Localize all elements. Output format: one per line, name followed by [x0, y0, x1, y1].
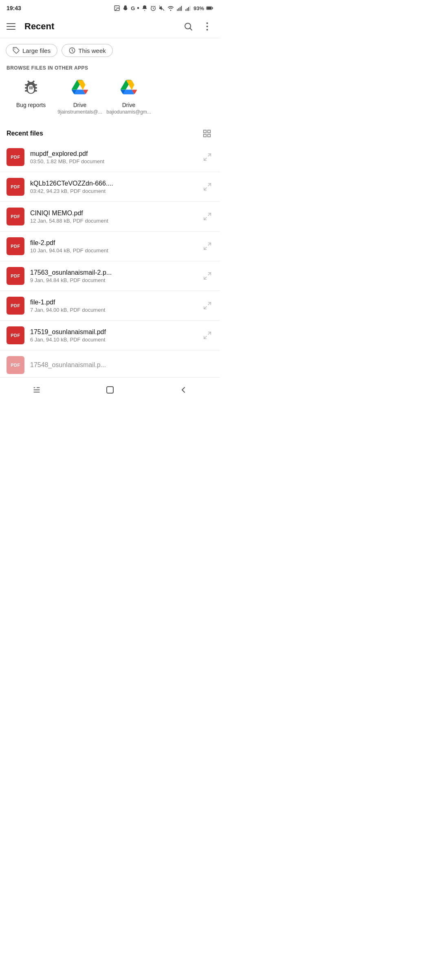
svg-rect-9 — [180, 7, 180, 11]
recent-files-title: Recent files — [7, 130, 43, 137]
status-bar: 19:43 G • 93% — [0, 0, 220, 15]
search-icon — [183, 22, 193, 31]
alarm-icon — [150, 5, 156, 11]
large-files-label: Large files — [22, 47, 51, 54]
file-meta: 7 Jan, 94.00 kB, PDF document — [30, 307, 196, 313]
status-icons: G • 93% — [114, 4, 213, 12]
grid-icon — [202, 129, 211, 138]
file-name: 17563_osunlanaismail-2.p... — [30, 269, 196, 276]
nav-home-button[interactable] — [100, 383, 120, 397]
app-item-bug-reports[interactable]: Bug reports — [7, 76, 55, 115]
svg-rect-14 — [189, 6, 190, 11]
pdf-badge: PDF — [7, 208, 24, 225]
home-icon — [105, 385, 115, 395]
svg-rect-17 — [212, 7, 213, 9]
app-item-drive-1[interactable]: Drive 9jainstrumentals@... — [55, 76, 104, 115]
search-button[interactable] — [182, 20, 195, 33]
file-info: file-1.pdf 7 Jan, 94.00 kB, PDF document — [30, 299, 196, 313]
more-options-button[interactable] — [200, 20, 213, 33]
file-list: PDF mupdf_explored.pdf 03:50, 1.82 MB, P… — [0, 142, 220, 377]
drive-1-sub: 9jainstrumentals@... — [57, 109, 102, 115]
expand-button[interactable] — [201, 329, 213, 341]
signal2-icon — [185, 5, 191, 11]
file-info: file-2.pdf 10 Jan, 94.04 kB, PDF documen… — [30, 239, 196, 254]
hamburger-line-2 — [7, 26, 15, 27]
file-info: mupdf_explored.pdf 03:50, 1.82 MB, PDF d… — [30, 150, 196, 164]
expand-arrows-icon — [203, 242, 212, 251]
bug-reports-icon-wrap — [20, 76, 42, 98]
svg-rect-49 — [107, 387, 113, 393]
wifi-icon — [167, 5, 174, 11]
file-name: 17519_osunlanaismail.pdf — [30, 328, 196, 336]
file-info: 17563_osunlanaismail-2.p... 9 Jan, 94.84… — [30, 269, 196, 283]
file-info: 17548_osunlanaismail.p... — [30, 361, 213, 369]
file-item[interactable]: PDF CINIQI MEMO.pdf 12 Jan, 54.88 kB, PD… — [0, 202, 220, 232]
browse-section-header: BROWSE FILES IN OTHER APPS — [0, 61, 220, 74]
large-files-chip[interactable]: Large files — [6, 44, 57, 57]
recent-apps-icon — [32, 385, 41, 394]
file-name: mupdf_explored.pdf — [30, 150, 196, 158]
bug-reports-icon — [22, 78, 40, 96]
svg-line-43 — [208, 332, 211, 335]
expand-button[interactable] — [201, 240, 213, 252]
app-item-drive-2[interactable]: Drive bajiodunamis@gm... — [104, 76, 153, 115]
file-meta: 6 Jan, 94.10 kB, PDF document — [30, 337, 196, 343]
file-meta: 9 Jan, 94.84 kB, PDF document — [30, 277, 196, 283]
svg-rect-13 — [188, 7, 189, 11]
app-grid: Bug reports Drive 9jainstrumentals@... — [0, 74, 220, 121]
bug-reports-name: Bug reports — [16, 102, 46, 108]
file-info: 17519_osunlanaismail.pdf 6 Jan, 94.10 kB… — [30, 328, 196, 343]
expand-arrows-icon — [203, 212, 212, 221]
svg-line-40 — [204, 277, 207, 279]
svg-line-36 — [204, 217, 207, 220]
svg-point-1 — [116, 7, 117, 8]
file-item[interactable]: PDF file-1.pdf 7 Jan, 94.00 kB, PDF docu… — [0, 291, 220, 321]
notification-icon — [141, 5, 148, 11]
file-item[interactable]: PDF 17519_osunlanaismail.pdf 6 Jan, 94.1… — [0, 321, 220, 350]
app-bar-actions — [182, 20, 213, 33]
expand-button[interactable] — [201, 210, 213, 223]
file-meta: 10 Jan, 94.04 kB, PDF document — [30, 247, 196, 254]
gallery-icon — [114, 5, 120, 11]
overflow-icon — [206, 22, 208, 31]
expand-button[interactable] — [201, 151, 213, 163]
menu-button[interactable] — [7, 21, 18, 32]
svg-line-31 — [208, 154, 211, 156]
g-icon: G — [131, 5, 135, 11]
expand-button[interactable] — [201, 181, 213, 193]
svg-line-39 — [208, 273, 211, 275]
svg-line-37 — [208, 243, 211, 245]
expand-arrows-icon — [203, 301, 212, 310]
expand-button[interactable] — [201, 300, 213, 312]
file-item[interactable]: PDF mupdf_explored.pdf 03:50, 1.82 MB, P… — [0, 142, 220, 172]
battery-icon — [206, 5, 213, 11]
file-item[interactable]: PDF file-2.pdf 10 Jan, 94.04 kB, PDF doc… — [0, 232, 220, 261]
svg-point-20 — [206, 22, 208, 24]
drive-2-sub: bajiodunamis@gm... — [106, 109, 151, 115]
file-item[interactable]: PDF 17563_osunlanaismail-2.p... 9 Jan, 9… — [0, 261, 220, 291]
drive-1-name: Drive — [73, 102, 87, 108]
expand-arrows-icon — [203, 271, 212, 280]
nav-back-button[interactable] — [173, 383, 194, 397]
drive-2-name: Drive — [122, 102, 136, 108]
nav-recent-apps-button[interactable] — [26, 383, 47, 397]
svg-rect-12 — [187, 8, 188, 11]
grid-view-button[interactable] — [200, 127, 213, 140]
svg-rect-7 — [177, 9, 178, 11]
expand-arrows-icon — [203, 182, 212, 191]
svg-line-32 — [204, 158, 207, 160]
this-week-chip[interactable]: This week — [62, 44, 113, 57]
svg-rect-26 — [31, 86, 33, 89]
expand-button[interactable] — [201, 270, 213, 282]
this-week-label: This week — [78, 47, 106, 54]
svg-line-4 — [153, 9, 154, 9]
svg-rect-16 — [207, 7, 212, 9]
pdf-badge: PDF — [7, 326, 24, 344]
svg-line-35 — [208, 213, 211, 216]
file-info: CINIQI MEMO.pdf 12 Jan, 54.88 kB, PDF do… — [30, 210, 196, 224]
file-item[interactable]: PDF kQLb126CTeVOZZdn-666.... 03:42, 94.2… — [0, 172, 220, 202]
pdf-badge: PDF — [7, 356, 24, 374]
svg-point-6 — [170, 10, 172, 11]
drive-2-icon — [121, 80, 137, 94]
svg-rect-8 — [178, 8, 179, 11]
